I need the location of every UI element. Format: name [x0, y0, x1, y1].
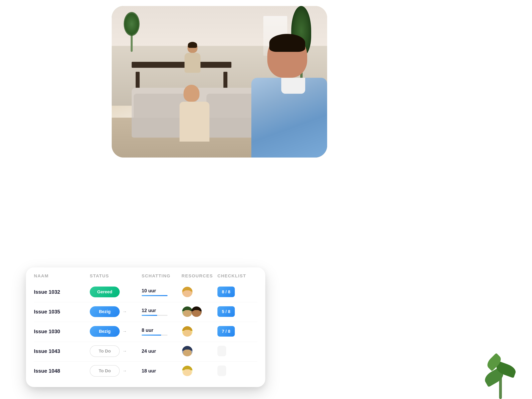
photo-card [112, 6, 327, 157]
progress-bar-fill [142, 335, 161, 336]
checklist-badge: 7 / 8 [217, 326, 235, 337]
issue-name: Issue 1048 [34, 368, 90, 374]
schatting-cell: 10 uur [142, 288, 182, 296]
arrow-right-icon: → [122, 309, 127, 314]
person-background [188, 42, 201, 73]
resources-cell [182, 286, 217, 298]
header-status: STATUS [90, 273, 142, 279]
bg-desk [132, 62, 231, 68]
person-bg-body [184, 53, 201, 73]
resources-cell [182, 326, 217, 337]
checklist-cell: 8 / 8 [217, 289, 257, 294]
progress-bar-fill [142, 315, 157, 316]
person-foreground [255, 34, 327, 157]
bottom-plant [480, 339, 520, 399]
avatar-skin [192, 310, 201, 317]
person-bg-head [188, 42, 197, 53]
person-fg-hair [269, 34, 305, 52]
progress-bar-bg [142, 335, 168, 336]
header-naam: NAAM [34, 273, 90, 279]
status-cell: To Do → [90, 365, 142, 377]
arrow-right-icon: → [122, 349, 127, 354]
avatar-face [182, 366, 192, 376]
person-fg-head [267, 34, 307, 78]
checklist-cell [217, 349, 257, 354]
resources-cell [182, 306, 217, 318]
header-checklist: CHECKLIST [217, 273, 257, 279]
schatting-cell: 24 uur [142, 348, 182, 354]
avatar [182, 286, 193, 298]
table-row[interactable]: Issue 1048 To Do → 18 uur [30, 362, 261, 380]
avatar-skin [183, 290, 191, 297]
schatting-cell: 18 uur [142, 368, 182, 374]
table-card: NAAM STATUS SCHATTING RESOURCES CHECKLIS… [26, 267, 265, 387]
status-badge[interactable]: To Do [90, 365, 120, 377]
table-row[interactable]: Issue 1030 Bezig → 8 uur [30, 322, 261, 341]
progress-bar-bg [142, 295, 168, 296]
issue-name: Issue 1032 [34, 289, 90, 295]
avatar [182, 365, 193, 377]
plant-left [124, 12, 140, 52]
resources-cell [182, 365, 217, 377]
status-cell: To Do → [90, 345, 142, 357]
issue-name: Issue 1035 [34, 309, 90, 315]
checklist-empty [217, 346, 226, 356]
status-badge[interactable]: Bezig [90, 326, 120, 337]
schatting-text: 24 uur [142, 348, 182, 354]
avatar-skin [183, 330, 191, 337]
person-bg-hair [188, 42, 197, 48]
status-badge[interactable]: Bezig [90, 306, 120, 317]
status-cell: Gereed [90, 287, 142, 297]
status-badge[interactable]: To Do [90, 345, 120, 357]
schatting-text: 10 uur [142, 288, 182, 293]
status-cell: Bezig → [90, 306, 142, 317]
avatar [182, 345, 193, 357]
table-row[interactable]: Issue 1035 Bezig → 12 uur [30, 302, 261, 321]
schatting-cell: 12 uur [142, 308, 182, 316]
checklist-badge: 8 / 8 [217, 287, 235, 297]
issue-name: Issue 1030 [34, 328, 90, 335]
avatar [182, 326, 193, 337]
progress-bar-bg [142, 315, 168, 316]
status-cell: Bezig → [90, 326, 142, 337]
person-fg-collar [281, 78, 305, 94]
table-row[interactable]: Issue 1043 To Do → 24 uur [30, 342, 261, 361]
schatting-text: 12 uur [142, 308, 182, 313]
avatar-skin [183, 349, 191, 356]
resources-cell [182, 345, 217, 357]
avatar-face [182, 287, 192, 297]
table-row[interactable]: Issue 1032 Gereed 10 uur [30, 283, 261, 301]
avatar-face [182, 306, 192, 317]
issue-name: Issue 1043 [34, 348, 90, 354]
arrow-right-icon: → [122, 329, 127, 334]
schatting-cell: 8 uur [142, 327, 182, 336]
avatar-face [182, 346, 192, 356]
avatar-skin [183, 310, 191, 317]
table-header: NAAM STATUS SCHATTING RESOURCES CHECKLIS… [26, 267, 265, 283]
avatar [191, 306, 202, 318]
arrow-right-icon: → [122, 368, 127, 374]
office-photo [112, 6, 327, 157]
table-body: Issue 1032 Gereed 10 uur [26, 283, 265, 387]
progress-bar-fill [142, 295, 168, 296]
scene: NAAM STATUS SCHATTING RESOURCES CHECKLIS… [0, 0, 532, 399]
avatar-skin [183, 369, 191, 376]
header-resources: RESOURCES [182, 273, 217, 279]
checklist-cell: 7 / 8 [217, 329, 257, 334]
person-mid-head [184, 85, 199, 102]
header-schatting: SCHATTING [142, 273, 182, 279]
checklist-cell [217, 368, 257, 374]
person-mid-body [179, 102, 209, 142]
checklist-badge: 5 / 8 [217, 306, 235, 317]
avatar-face [182, 326, 192, 337]
checklist-empty [217, 366, 226, 376]
schatting-text: 8 uur [142, 327, 182, 333]
avatar-face [191, 306, 202, 317]
checklist-cell: 5 / 8 [217, 309, 257, 314]
status-badge[interactable]: Gereed [90, 287, 120, 297]
person-middle [179, 85, 209, 142]
schatting-text: 18 uur [142, 368, 182, 374]
